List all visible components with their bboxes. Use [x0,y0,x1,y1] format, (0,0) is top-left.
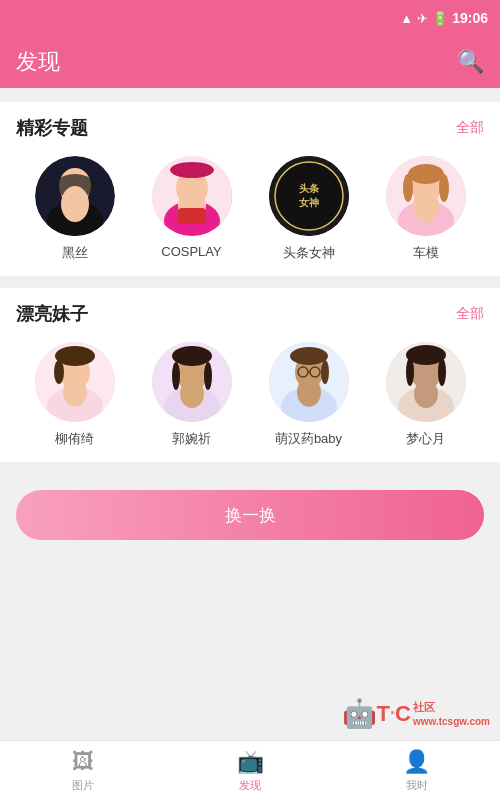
refresh-section: 换一换 [0,474,500,556]
svg-rect-10 [178,208,206,224]
avatar-cosplay [152,156,232,236]
avatar-meng [269,342,349,422]
svg-point-17 [408,164,444,184]
label-cosplay: COSPLAY [161,244,221,259]
section-header-girls: 漂亮妹子 全部 [16,302,484,326]
top-navigation: 发现 🔍 [0,36,500,88]
category-item-meng2[interactable]: 梦心月 [386,342,466,448]
girls-section: 漂亮妹子 全部 柳侑绮 [0,288,500,462]
refresh-button[interactable]: 换一换 [16,490,484,540]
svg-point-7 [170,162,214,178]
wifi-icon: ▲ [400,11,413,26]
main-content: 精彩专题 全部 黑丝 [0,88,500,740]
nav-label-pic: 图片 [72,778,94,793]
label-meng: 萌汉药baby [275,430,342,448]
svg-point-37 [290,347,328,365]
svg-point-40 [297,377,321,407]
category-item-heisi[interactable]: 黑丝 [35,156,115,262]
svg-text:女神: 女神 [298,197,319,208]
svg-point-34 [180,380,204,408]
category-item-guo[interactable]: 郭婉祈 [152,342,232,448]
label-meng2: 梦心月 [406,430,445,448]
svg-point-21 [413,190,439,222]
label-liu: 柳侑绮 [55,430,94,448]
pic-icon: 🖼 [72,749,94,775]
svg-point-19 [439,174,449,202]
svg-point-31 [172,362,180,390]
svg-point-47 [406,358,414,386]
svg-point-4 [61,186,89,222]
svg-point-27 [63,377,87,407]
me-icon: 👤 [403,749,430,775]
avatar-carmodel [386,156,466,236]
avatar-guo [152,342,232,422]
status-time: 19:06 [452,10,488,26]
plane-icon: ✈ [417,11,428,26]
svg-text:头条: 头条 [298,183,320,194]
svg-point-30 [172,346,212,366]
svg-point-48 [438,358,446,386]
avatar-liu [35,342,115,422]
discover-icon: 📺 [237,749,264,775]
bottom-navigation: 🖼 图片 📺 发现 👤 我时 [0,740,500,800]
svg-point-25 [54,360,64,384]
label-guo: 郭婉祈 [172,430,211,448]
label-goddess: 头条女神 [283,244,335,262]
avatar-meng2 [386,342,466,422]
svg-point-18 [403,174,413,202]
nav-label-discover: 发现 [239,778,261,793]
svg-point-32 [204,362,212,390]
avatar-heisi [35,156,115,236]
search-icon[interactable]: 🔍 [457,49,484,75]
watermark-url: www.tcsgw.com [413,716,490,727]
avatar-goddess: 头条 女神 [269,156,349,236]
battery-icon: 🔋 [432,11,448,26]
category-item-liu[interactable]: 柳侑绮 [35,342,115,448]
label-carmodel: 车模 [413,244,439,262]
section-title-featured: 精彩专题 [16,116,88,140]
watermark: 🤖 T · C 社区www.tcsgw.com [342,697,490,730]
category-item-carmodel[interactable]: 车模 [386,156,466,262]
girls-grid: 柳侑绮 郭婉祈 [16,342,484,448]
section-all-girls[interactable]: 全部 [456,305,484,323]
status-bar: ▲ ✈ 🔋 19:06 [0,0,500,36]
section-header-featured: 精彩专题 全部 [16,116,484,140]
page-title: 发现 [16,47,60,77]
status-icons: ▲ ✈ 🔋 19:06 [400,10,488,26]
svg-point-38 [321,360,329,384]
empty-space [0,556,500,676]
category-item-meng[interactable]: 萌汉药baby [269,342,349,448]
category-item-goddess[interactable]: 头条 女神 头条女神 [269,156,349,262]
featured-section: 精彩专题 全部 黑丝 [0,102,500,276]
label-heisi: 黑丝 [62,244,88,262]
nav-label-me: 我时 [406,778,428,793]
nav-item-me[interactable]: 👤 我时 [333,749,500,793]
svg-point-50 [414,380,438,408]
nav-item-discover[interactable]: 📺 发现 [167,749,334,793]
category-item-cosplay[interactable]: COSPLAY [152,156,232,259]
svg-point-12 [275,162,343,230]
nav-item-pic[interactable]: 🖼 图片 [0,749,167,793]
section-all-featured[interactable]: 全部 [456,119,484,137]
section-title-girls: 漂亮妹子 [16,302,88,326]
featured-grid: 黑丝 COSPLAY [16,156,484,262]
